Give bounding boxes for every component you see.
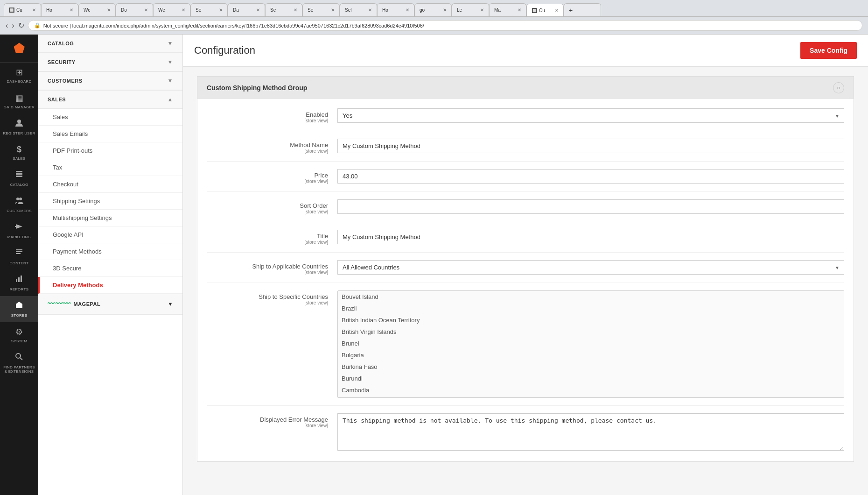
title-label: Title [store view] bbox=[207, 230, 337, 245]
url-bar[interactable]: 🔒 Not secure | local.magento.com/index.p… bbox=[28, 20, 862, 31]
tab-close[interactable]: ✕ bbox=[331, 7, 335, 13]
nav-item-sales[interactable]: Sales bbox=[38, 109, 182, 126]
tab-le[interactable]: Le ✕ bbox=[452, 3, 489, 16]
tab-close[interactable]: ✕ bbox=[406, 7, 409, 13]
tab-close[interactable]: ✕ bbox=[294, 7, 297, 13]
tab-cu-active[interactable]: 🔲 Cu ✕ bbox=[526, 4, 564, 17]
nav-item-checkout[interactable]: Checkout bbox=[38, 176, 182, 193]
save-config-button[interactable]: Save Config bbox=[800, 42, 857, 59]
custom-shipping-method-group-header[interactable]: Custom Shipping Method Group ○ bbox=[197, 77, 854, 99]
tab-close[interactable]: ✕ bbox=[555, 8, 559, 13]
country-option-bulgaria[interactable]: Bulgaria bbox=[338, 349, 844, 361]
tab-cu[interactable]: 🔲 Cu ✕ bbox=[4, 3, 41, 16]
nav-item-sales-emails[interactable]: Sales Emails bbox=[38, 126, 182, 142]
tab-do[interactable]: Do ✕ bbox=[116, 3, 153, 16]
nav-section-customers-header[interactable]: CUSTOMERS ▼ bbox=[38, 72, 182, 90]
tab-close[interactable]: ✕ bbox=[70, 7, 73, 13]
applicable-countries-select[interactable]: All Allowed Countries Specific Countries bbox=[337, 260, 844, 275]
nav-item-pdf-printouts[interactable]: PDF Print-outs bbox=[38, 142, 182, 159]
nav-section-sales-header[interactable]: SALES ▲ bbox=[38, 91, 182, 109]
sidebar-item-register-user[interactable]: REGISTER USER bbox=[0, 114, 38, 140]
nav-item-delivery-methods[interactable]: Delivery Methods bbox=[38, 277, 182, 294]
country-option-cambodia[interactable]: Cambodia bbox=[338, 384, 844, 396]
tab-close[interactable]: ✕ bbox=[368, 7, 372, 13]
sidebar-item-marketing[interactable]: MARKETING bbox=[0, 218, 38, 244]
country-option-british-indian[interactable]: British Indian Ocean Territory bbox=[338, 314, 844, 326]
tab-we[interactable]: We ✕ bbox=[153, 3, 190, 16]
page-title: Configuration bbox=[194, 44, 255, 57]
tab-sel4[interactable]: Sel ✕ bbox=[340, 3, 377, 16]
sidebar-item-system[interactable]: ⚙ SYSTEM bbox=[0, 322, 38, 348]
grid-manager-icon: ▦ bbox=[15, 93, 23, 103]
svg-rect-9 bbox=[16, 251, 22, 252]
tab-close[interactable]: ✕ bbox=[480, 7, 484, 13]
sidebar: ⬟ ⊞ DASHBOARD ▦ GRID MANAGER REGISTER US… bbox=[0, 35, 38, 495]
tab-da[interactable]: Da ✕ bbox=[228, 3, 265, 16]
tab-sel3[interactable]: Se ✕ bbox=[302, 3, 340, 16]
reload-button[interactable]: ↻ bbox=[18, 21, 24, 30]
sidebar-item-content[interactable]: CONTENT bbox=[0, 244, 38, 270]
sidebar-item-catalog[interactable]: CATALOG bbox=[0, 165, 38, 191]
tab-close[interactable]: ✕ bbox=[219, 7, 223, 13]
nav-item-shipping-settings[interactable]: Shipping Settings bbox=[38, 193, 182, 210]
tab-sel1[interactable]: Se ✕ bbox=[190, 3, 228, 16]
back-button[interactable]: ‹ bbox=[6, 21, 8, 30]
nav-section-magepal-header[interactable]: 〰〰〰 MAGEPAL ▼ bbox=[38, 294, 182, 314]
find-partners-icon bbox=[15, 353, 23, 363]
sidebar-item-grid-manager[interactable]: ▦ GRID MANAGER bbox=[0, 88, 38, 114]
sidebar-item-stores[interactable]: STORES bbox=[0, 296, 38, 322]
country-option-brazil[interactable]: Brazil bbox=[338, 303, 844, 314]
nav-section-catalog-header[interactable]: CATALOG ▼ bbox=[38, 35, 182, 53]
tab-wc[interactable]: Wc ✕ bbox=[78, 3, 116, 16]
tab-ho1[interactable]: Ho ✕ bbox=[41, 3, 78, 16]
nav-section-security-header[interactable]: SECURITY ▼ bbox=[38, 53, 182, 71]
sort-order-label: Sort Order [store view] bbox=[207, 199, 337, 214]
nav-item-multishipping-settings[interactable]: Multishipping Settings bbox=[38, 210, 182, 226]
country-option-burkina-faso[interactable]: Burkina Faso bbox=[338, 361, 844, 373]
tab-close[interactable]: ✕ bbox=[256, 7, 260, 13]
specific-countries-row: Ship to Specific Countries [store view] … bbox=[207, 290, 844, 406]
sidebar-label-content: CONTENT bbox=[10, 261, 29, 265]
tab-close[interactable]: ✕ bbox=[443, 7, 447, 13]
sidebar-item-dashboard[interactable]: ⊞ DASHBOARD bbox=[0, 63, 38, 88]
method-name-input[interactable] bbox=[337, 139, 844, 153]
nav-item-shipping-settings-label: Shipping Settings bbox=[53, 198, 100, 205]
tab-new[interactable]: + bbox=[564, 3, 601, 16]
country-option-bouvet[interactable]: Bouvet Island bbox=[338, 291, 844, 303]
sidebar-item-reports[interactable]: REPORTS bbox=[0, 270, 38, 296]
tab-close[interactable]: ✕ bbox=[107, 7, 111, 13]
tab-ma[interactable]: Ma ✕ bbox=[489, 3, 526, 16]
nav-item-3d-secure[interactable]: 3D Secure bbox=[38, 260, 182, 277]
enabled-label: Enabled [store view] bbox=[207, 108, 337, 123]
tab-close[interactable]: ✕ bbox=[144, 7, 148, 13]
sidebar-item-find-partners[interactable]: FIND PARTNERS & EXTENSIONS bbox=[0, 348, 38, 378]
group-collapse-button[interactable]: ○ bbox=[833, 82, 844, 93]
country-option-british-virgin[interactable]: British Virgin Islands bbox=[338, 326, 844, 338]
enabled-select[interactable]: Yes No bbox=[337, 108, 844, 123]
specific-countries-listbox[interactable]: Bouvet Island Brazil British Indian Ocea… bbox=[337, 290, 844, 398]
sidebar-label-sales: SALES bbox=[13, 156, 25, 161]
tab-close[interactable]: ✕ bbox=[182, 7, 185, 13]
sidebar-label-system: SYSTEM bbox=[11, 339, 28, 343]
forward-button[interactable]: › bbox=[12, 21, 14, 30]
specific-countries-label: Ship to Specific Countries [store view] bbox=[207, 290, 337, 305]
nav-section-security-label: SECURITY bbox=[48, 59, 76, 65]
country-option-burundi[interactable]: Burundi bbox=[338, 373, 844, 384]
nav-item-google-api[interactable]: Google API bbox=[38, 226, 182, 243]
country-option-brunei[interactable]: Brunei bbox=[338, 338, 844, 349]
nav-item-payment-methods[interactable]: Payment Methods bbox=[38, 243, 182, 260]
sidebar-item-customers[interactable]: CUSTOMERS bbox=[0, 191, 38, 218]
sidebar-item-sales[interactable]: $ SALES bbox=[0, 140, 38, 165]
sort-order-input[interactable] bbox=[337, 199, 844, 214]
tab-ho2[interactable]: Ho ✕ bbox=[377, 3, 414, 16]
svg-point-5 bbox=[19, 198, 22, 200]
nav-item-tax[interactable]: Tax bbox=[38, 159, 182, 176]
title-input[interactable] bbox=[337, 230, 844, 244]
tab-close[interactable]: ✕ bbox=[32, 7, 36, 13]
tab-go[interactable]: go ✕ bbox=[414, 3, 452, 16]
tab-close[interactable]: ✕ bbox=[518, 7, 521, 13]
country-option-cameroon[interactable]: Cameroon bbox=[338, 396, 844, 398]
price-input[interactable] bbox=[337, 169, 844, 184]
tab-sel2[interactable]: Se ✕ bbox=[265, 3, 302, 16]
error-message-textarea[interactable]: This shipping method is not available. T… bbox=[337, 413, 844, 451]
